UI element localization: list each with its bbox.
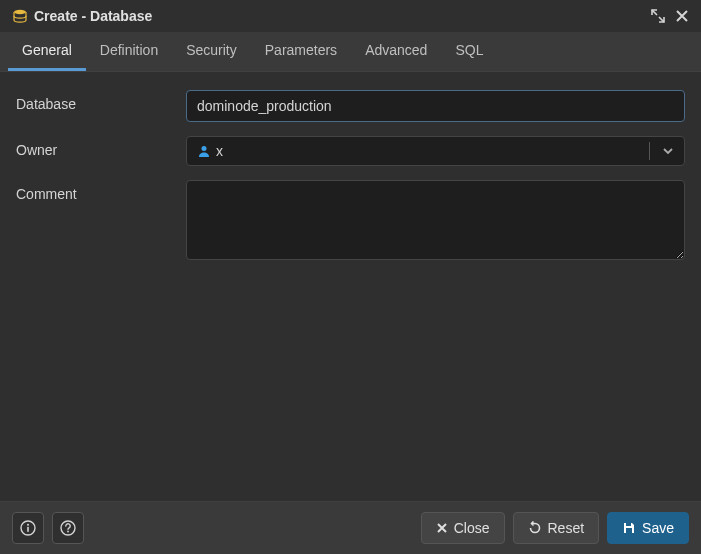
svg-point-6 <box>67 531 69 533</box>
tab-general[interactable]: General <box>8 32 86 71</box>
reset-button[interactable]: Reset <box>513 512 600 544</box>
label-comment: Comment <box>16 180 186 202</box>
row-database: Database <box>16 90 685 122</box>
help-button[interactable] <box>52 512 84 544</box>
title-actions <box>651 9 689 23</box>
owner-selected-value: x <box>193 141 227 161</box>
owner-value-text: x <box>216 143 223 159</box>
user-icon <box>197 144 211 158</box>
titlebar: Create - Database <box>0 0 701 32</box>
save-button-label: Save <box>642 520 674 536</box>
comment-textarea[interactable] <box>186 180 685 260</box>
close-button[interactable]: Close <box>421 512 505 544</box>
reset-button-label: Reset <box>548 520 585 536</box>
chevron-down-icon[interactable] <box>658 143 678 159</box>
x-icon <box>436 522 448 534</box>
svg-rect-4 <box>27 527 29 532</box>
database-input[interactable] <box>186 90 685 122</box>
tabs: General Definition Security Parameters A… <box>0 32 701 72</box>
svg-point-3 <box>27 524 29 526</box>
row-comment: Comment <box>16 180 685 263</box>
title-left: Create - Database <box>12 8 152 24</box>
tab-definition[interactable]: Definition <box>86 32 172 71</box>
label-database: Database <box>16 90 186 112</box>
tab-parameters[interactable]: Parameters <box>251 32 351 71</box>
dialog-title: Create - Database <box>34 8 152 24</box>
save-icon <box>622 521 636 535</box>
row-owner: Owner x <box>16 136 685 166</box>
create-database-dialog: Create - Database General Definition Sec… <box>0 0 701 554</box>
database-icon <box>12 8 28 24</box>
label-owner: Owner <box>16 136 186 158</box>
maximize-icon[interactable] <box>651 9 665 23</box>
tab-advanced[interactable]: Advanced <box>351 32 441 71</box>
save-button[interactable]: Save <box>607 512 689 544</box>
reset-icon <box>528 521 542 535</box>
tab-sql[interactable]: SQL <box>441 32 497 71</box>
info-button[interactable] <box>12 512 44 544</box>
tab-security[interactable]: Security <box>172 32 251 71</box>
svg-point-0 <box>14 10 26 14</box>
close-icon[interactable] <box>675 9 689 23</box>
footer: Close Reset Save <box>0 501 701 554</box>
owner-select[interactable]: x <box>186 136 685 166</box>
svg-point-1 <box>202 146 207 151</box>
form-area: Database Owner x <box>0 72 701 501</box>
close-button-label: Close <box>454 520 490 536</box>
